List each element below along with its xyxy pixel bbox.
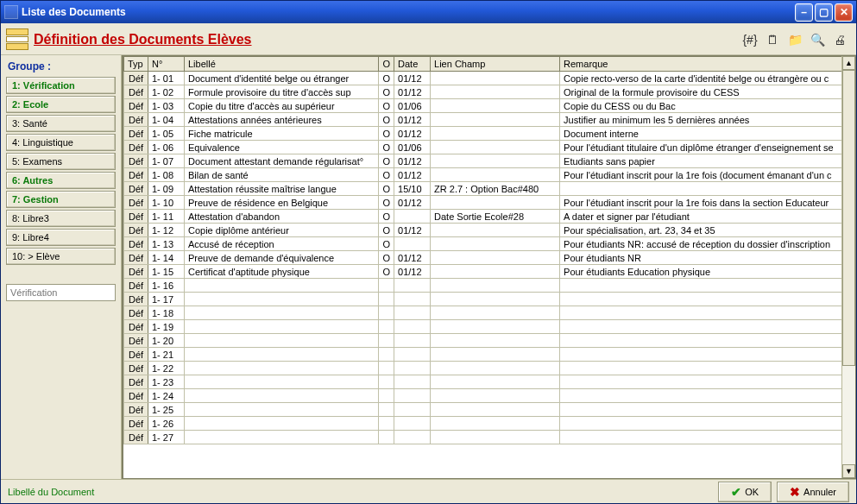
table-cell[interactable]: 01/12	[394, 127, 431, 141]
table-cell[interactable]	[560, 279, 855, 293]
table-row[interactable]: Déf1- 05Fiche matriculeO01/12Document in…	[124, 127, 855, 141]
table-cell[interactable]	[185, 362, 379, 375]
table-cell[interactable]	[560, 362, 855, 375]
table-cell[interactable]: O	[379, 237, 394, 251]
minimize-button[interactable]: –	[795, 3, 813, 22]
sidebar-item-5[interactable]: 6: Autres	[6, 172, 116, 189]
table-cell[interactable]: 1- 05	[148, 127, 185, 141]
table-cell[interactable]	[431, 362, 560, 375]
table-cell[interactable]	[560, 389, 855, 403]
table-cell[interactable]	[379, 431, 394, 444]
table-row[interactable]: Déf1- 12Copie diplôme antérieurO01/12Pou…	[124, 224, 855, 237]
table-cell[interactable]: 01/12	[394, 113, 431, 127]
table-cell[interactable]: 1- 16	[148, 279, 185, 293]
table-cell[interactable]: Formule provisoire du titre d'accès sup	[185, 85, 379, 99]
table-row[interactable]: Déf1- 14Preuve de demande d'équivalenceO…	[124, 251, 855, 265]
table-cell[interactable]: Déf	[124, 403, 148, 417]
table-row[interactable]: Déf1- 06EquivalenceO01/06Pour l'étudiant…	[124, 141, 855, 154]
table-cell[interactable]	[185, 348, 379, 362]
table-row[interactable]: Déf1- 10Preuve de résidence en BelgiqueO…	[124, 196, 855, 210]
table-cell[interactable]	[431, 403, 560, 417]
table-cell[interactable]	[379, 320, 394, 334]
table-cell[interactable]: Copie diplôme antérieur	[185, 224, 379, 237]
table-cell[interactable]	[431, 251, 560, 265]
table-cell[interactable]: O	[379, 182, 394, 196]
sidebar-item-1[interactable]: 2: Ecole	[6, 96, 116, 113]
table-cell[interactable]: O	[379, 72, 394, 85]
table-cell[interactable]: 1- 07	[148, 154, 185, 168]
table-row[interactable]: Déf1- 19	[124, 320, 855, 334]
table-cell[interactable]: Déf	[124, 224, 148, 237]
table-cell[interactable]: Equivalence	[185, 141, 379, 154]
maximize-button[interactable]: ▢	[815, 3, 833, 22]
table-cell[interactable]	[431, 113, 560, 127]
table-cell[interactable]: Déf	[124, 72, 148, 85]
table-row[interactable]: Déf1- 17	[124, 293, 855, 306]
table-cell[interactable]	[394, 348, 431, 362]
table-cell[interactable]: Déf	[124, 113, 148, 127]
table-row[interactable]: Déf1- 26	[124, 417, 855, 431]
table-cell[interactable]: Déf	[124, 375, 148, 389]
table-cell[interactable]: O	[379, 127, 394, 141]
table-cell[interactable]	[394, 334, 431, 348]
col-header[interactable]: Typ	[124, 57, 148, 72]
table-cell[interactable]: Déf	[124, 348, 148, 362]
table-row[interactable]: Déf1- 07Document attestant demande régul…	[124, 154, 855, 168]
table-cell[interactable]: O	[379, 99, 394, 113]
table-cell[interactable]	[394, 306, 431, 320]
table-cell[interactable]: Déf	[124, 154, 148, 168]
table-cell[interactable]	[560, 306, 855, 320]
table-cell[interactable]	[394, 279, 431, 293]
table-cell[interactable]: Preuve de demande d'équivalence	[185, 251, 379, 265]
table-cell[interactable]: Date Sortie Ecole#28	[431, 210, 560, 224]
table-cell[interactable]: 01/12	[394, 265, 431, 279]
table-cell[interactable]: Déf	[124, 417, 148, 431]
table-cell[interactable]	[431, 224, 560, 237]
table-cell[interactable]: 1- 18	[148, 306, 185, 320]
scroll-up-arrow-icon[interactable]: ▲	[842, 56, 855, 70]
table-cell[interactable]: Accusé de réception	[185, 237, 379, 251]
table-cell[interactable]: Document interne	[560, 127, 855, 141]
table-cell[interactable]: Pour l'étudiant inscrit pour la 1re fois…	[560, 196, 855, 210]
sidebar-item-7[interactable]: 8: Libre3	[6, 210, 116, 227]
table-cell[interactable]: Pour étudiants Education physique	[560, 265, 855, 279]
table-cell[interactable]	[394, 375, 431, 389]
table-cell[interactable]	[560, 403, 855, 417]
table-row[interactable]: Déf1- 18	[124, 306, 855, 320]
table-cell[interactable]: 1- 15	[148, 265, 185, 279]
col-header[interactable]: N°	[148, 57, 185, 72]
table-row[interactable]: Déf1- 13Accusé de réceptionOPour étudian…	[124, 237, 855, 251]
table-cell[interactable]: O	[379, 265, 394, 279]
table-cell[interactable]: Justifier au minimum les 5 dernières ann…	[560, 113, 855, 127]
table-cell[interactable]: 01/06	[394, 99, 431, 113]
table-cell[interactable]: Déf	[124, 251, 148, 265]
table-cell[interactable]	[431, 141, 560, 154]
table-cell[interactable]: Attestation réussite maîtrise langue	[185, 182, 379, 196]
note-icon[interactable]: 🗒	[765, 32, 780, 47]
scroll-down-arrow-icon[interactable]: ▼	[842, 464, 855, 478]
table-cell[interactable]: 1- 02	[148, 85, 185, 99]
table-cell[interactable]: 1- 21	[148, 348, 185, 362]
table-cell[interactable]: Pour étudiants NR	[560, 251, 855, 265]
table-cell[interactable]: 1- 14	[148, 251, 185, 265]
sidebar-item-2[interactable]: 3: Santé	[6, 115, 116, 132]
table-cell[interactable]: 1- 26	[148, 417, 185, 431]
table-cell[interactable]	[394, 417, 431, 431]
col-header[interactable]: Date	[394, 57, 431, 72]
table-row[interactable]: Déf1- 03Copie du titre d'accès au supéri…	[124, 99, 855, 113]
table-cell[interactable]	[431, 431, 560, 444]
table-cell[interactable]	[394, 403, 431, 417]
sidebar-item-8[interactable]: 9: Libre4	[6, 229, 116, 246]
sidebar-item-9[interactable]: 10: > Elève	[6, 248, 116, 265]
table-cell[interactable]: Déf	[124, 293, 148, 306]
table-cell[interactable]	[431, 334, 560, 348]
table-cell[interactable]	[560, 431, 855, 444]
table-cell[interactable]	[431, 348, 560, 362]
table-cell[interactable]: 1- 13	[148, 237, 185, 251]
table-cell[interactable]	[431, 72, 560, 85]
table-cell[interactable]: O	[379, 251, 394, 265]
table-cell[interactable]: Document attestant demande régularisat°	[185, 154, 379, 168]
table-cell[interactable]: Copie du titre d'accès au supérieur	[185, 99, 379, 113]
table-cell[interactable]	[560, 375, 855, 389]
table-cell[interactable]	[185, 306, 379, 320]
